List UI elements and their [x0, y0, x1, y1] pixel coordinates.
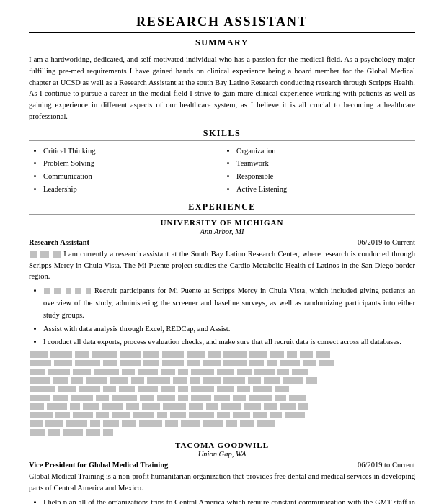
redacted-block: [120, 351, 141, 358]
skill-item: Critical Thinking: [43, 145, 222, 158]
redacted-block: [86, 429, 100, 436]
job-1-title: Research Assistant: [29, 238, 89, 246]
redacted-block: [162, 360, 184, 366]
redacted-block: [30, 429, 45, 436]
redacted-block: [102, 403, 123, 410]
employer-2-location: Union Gap, WA: [29, 450, 415, 458]
skills-list-1: Critical Thinking Problem Solving Commun…: [29, 145, 222, 196]
redacted-block: [30, 251, 37, 258]
summary-heading: SUMMARY: [29, 37, 415, 50]
redacted-block: [86, 288, 91, 294]
redacted-block: [30, 377, 50, 384]
redacted-block: [191, 369, 214, 375]
redacted-block: [300, 351, 313, 358]
skills-section: SKILLS Critical Thinking Problem Solving…: [29, 128, 415, 196]
redacted-block: [253, 386, 272, 392]
redacted-line: [29, 359, 415, 367]
redacted-block: [63, 429, 83, 436]
job-1-title-row: Research Assistant 06/2019 to Current: [29, 238, 415, 246]
redacted-block: [161, 369, 175, 375]
redacted-block: [73, 412, 93, 418]
skill-item: Responsible: [236, 170, 415, 183]
redacted-block: [53, 395, 68, 401]
redacted-block: [178, 386, 188, 392]
job-1-bullets: Recruit participants for Mi Puente at Sc…: [29, 285, 415, 348]
job-2-title-row: Vice President for Global Medical Traini…: [29, 461, 415, 469]
resume-title: RESEARCH ASSISTANT: [29, 14, 415, 33]
redacted-block: [30, 420, 43, 427]
redacted-block: [142, 403, 160, 410]
skill-item: Teamwork: [236, 157, 415, 170]
redacted-block: [221, 403, 241, 410]
redacted-block: [190, 377, 200, 384]
redacted-block: [138, 369, 158, 375]
redacted-block: [92, 351, 117, 358]
redacted-block: [71, 395, 93, 401]
redacted-block: [53, 377, 68, 384]
redacted-block: [237, 386, 250, 392]
redacted-block: [319, 360, 334, 366]
redacted-block: [275, 386, 289, 392]
redacted-block: [244, 403, 261, 410]
redacted-block: [287, 351, 297, 358]
redacted-block: [249, 360, 264, 366]
redacted-block: [187, 351, 205, 358]
redacted-block: [30, 386, 55, 392]
bullet-text: I conduct all data exports, process eval…: [43, 338, 401, 346]
redacted-block: [44, 288, 50, 294]
redacted-block: [257, 420, 275, 427]
job-1-description: I am currently a research assistant at t…: [29, 248, 415, 282]
redacted-block: [278, 369, 289, 375]
redacted-block: [40, 251, 49, 258]
redacted-block: [187, 360, 200, 366]
redacted-block: [103, 420, 119, 427]
redacted-block: [143, 351, 159, 358]
skills-col-1: Critical Thinking Problem Solving Commun…: [29, 145, 222, 196]
redacted-block: [47, 403, 67, 410]
redacted-block: [30, 351, 48, 358]
redacted-block: [50, 351, 72, 358]
redacted-paragraph: [29, 351, 415, 436]
redacted-block: [157, 412, 167, 418]
redacted-block: [206, 403, 218, 410]
redacted-block: [316, 351, 330, 358]
redacted-block: [254, 369, 275, 375]
experience-section: EXPERIENCE UNIVERSITY OF MICHIGAN Ann Ar…: [29, 202, 415, 504]
redacted-block: [66, 288, 71, 294]
redacted-block: [75, 351, 89, 358]
redacted-line: [29, 411, 415, 419]
bullet-item: I conduct all data exports, process eval…: [43, 336, 415, 348]
redacted-block: [264, 377, 280, 384]
redacted-block: [133, 412, 154, 418]
bullet-text: Recruit participants for Mi Puente at Sc…: [43, 287, 415, 319]
redacted-prefix-1: [29, 250, 63, 258]
redacted-block: [79, 386, 100, 392]
redacted-block: [120, 360, 141, 366]
redacted-block: [157, 395, 175, 401]
skill-item: Leadership: [43, 183, 222, 196]
redacted-block: [170, 412, 186, 418]
redacted-line: [29, 428, 415, 436]
redacted-block: [214, 395, 230, 401]
redacted-block: [237, 369, 252, 375]
redacted-block: [223, 377, 245, 384]
redacted-block: [191, 386, 214, 392]
redacted-block: [303, 360, 316, 366]
experience-heading: EXPERIENCE: [29, 202, 415, 215]
job-1: UNIVERSITY OF MICHIGAN Ann Arbor, MI Res…: [29, 218, 415, 436]
redacted-block: [30, 412, 53, 418]
skills-list-2: Organization Teamwork Responsible Active…: [222, 145, 415, 196]
redacted-block: [248, 377, 261, 384]
redacted-block: [138, 386, 158, 392]
redacted-block: [53, 251, 61, 258]
redacted-block: [83, 403, 99, 410]
redacted-block: [298, 403, 308, 410]
redacted-block: [189, 412, 214, 418]
skills-heading: SKILLS: [29, 128, 415, 141]
redacted-block: [223, 360, 247, 366]
redacted-block: [292, 369, 308, 375]
redacted-block: [30, 403, 44, 410]
redacted-block: [223, 351, 247, 358]
redacted-block: [112, 412, 130, 418]
skill-item: Organization: [236, 145, 415, 158]
